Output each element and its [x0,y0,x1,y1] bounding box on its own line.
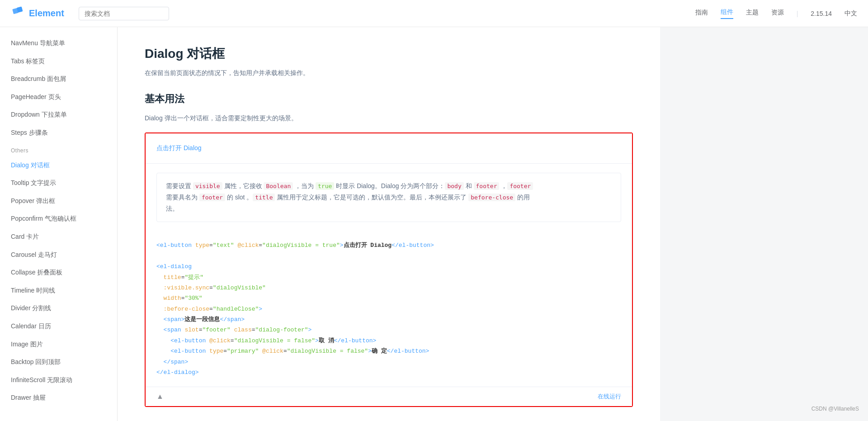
nav-resource[interactable]: 资源 [771,9,784,19]
header: Element 指南 组件 主题 资源 | 2.15.14 中文 [0,0,868,27]
code-line-3: title="提示" [156,272,621,283]
code-before-close: before-close [468,194,515,201]
code-line-6: :before-close="handleClose"> [156,304,621,314]
sidebar-item-calendar[interactable]: Calendar 日历 [0,317,117,336]
nav-theme[interactable]: 主题 [746,9,759,19]
code-footer1: footer [474,182,500,190]
code-true: true [316,182,334,190]
sidebar-item-dropdown[interactable]: Dropdown 下拉菜单 [0,106,117,124]
main-content: Dialog 对话框 在保留当前页面状态的情况下，告知用户并承载相关操作。 基本… [118,27,660,421]
code-footer2: footer [507,182,533,190]
code-line-9: <el-button @click="dialogVisible = false… [156,336,621,346]
demo-container: 点击打开 Dialog 需要设置 visible 属性，它接收 Boolean … [145,132,633,407]
nav-guide[interactable]: 指南 [695,9,708,19]
section-title: 基本用法 [145,92,633,106]
code-line-8: <span slot="footer" class="dialog-footer… [156,325,621,335]
code-line-12: </el-dialog> [156,367,621,378]
code-line-4: :visible.sync="dialogVisible" [156,283,621,293]
page-title: Dialog 对话框 [145,45,633,62]
sidebar-item-tabs[interactable]: Tabs 标签页 [0,52,117,71]
sidebar-item-popover[interactable]: Popover 弹出框 [0,192,117,210]
info-text: 需要设置 visible 属性，它接收 Boolean ，当为 true 时显示… [166,182,533,212]
logo-text: Element [29,8,64,19]
code-line-1: <el-button type="text" @click="dialogVis… [156,240,621,251]
sidebar-item-divider[interactable]: Divider 分割线 [0,299,117,317]
sidebar-item-pageheader[interactable]: PageHeader 页头 [0,88,117,106]
code-boolean: Boolean [264,182,293,190]
header-nav: 指南 组件 主题 资源 | 2.15.14 中文 [695,8,857,19]
layout: NavMenu 导航菜单 Tabs 标签页 Breadcrumb 面包屑 Pag… [0,0,868,421]
lang-selector[interactable]: 中文 [844,9,857,18]
logo-icon [11,6,25,21]
code-line-2: <el-dialog [156,261,621,272]
info-box: 需要设置 visible 属性，它接收 Boolean ，当为 true 时显示… [156,173,621,222]
logo[interactable]: Element [11,6,64,21]
sidebar: NavMenu 导航菜单 Tabs 标签页 Breadcrumb 面包屑 Pag… [0,27,118,421]
sidebar-category-others: Others [0,142,117,156]
open-dialog-link[interactable]: 点击打开 Dialog [156,144,202,151]
code-line-5: width="30%" [156,293,621,303]
version-selector[interactable]: 2.15.14 [811,10,832,17]
sidebar-item-backtop[interactable]: Backtop 回到顶部 [0,353,117,371]
code-body: body [445,182,463,190]
sidebar-item-navmenu[interactable]: NavMenu 导航菜单 [0,34,117,52]
sidebar-item-collapse[interactable]: Collapse 折叠面板 [0,264,117,282]
sidebar-item-dialog[interactable]: Dialog 对话框 [0,156,117,175]
demo-preview: 点击打开 Dialog [146,133,632,164]
page-desc: 在保留当前页面状态的情况下，告知用户并承载相关操作。 [145,68,633,78]
code-line-blank [156,251,621,261]
sidebar-item-steps[interactable]: Steps 步骤条 [0,124,117,142]
sidebar-item-infinitescroll[interactable]: InfiniteScroll 无限滚动 [0,371,117,389]
search-input[interactable] [79,7,169,20]
sidebar-item-carousel[interactable]: Carousel 走马灯 [0,246,117,264]
sidebar-item-image[interactable]: Image 图片 [0,336,117,354]
code-title: title [253,194,275,201]
code-line-7: <span>这是一段信息</span> [156,314,621,325]
sidebar-item-breadcrumb[interactable]: Breadcrumb 面包屑 [0,70,117,88]
code-visible: visible [193,182,222,190]
csdn-watermark: CSDN @VillanelleS [811,406,859,412]
sidebar-item-card[interactable]: Card 卡片 [0,228,117,246]
sidebar-item-timeline[interactable]: Timeline 时间线 [0,282,117,300]
sidebar-item-popconfirm[interactable]: Popconfirm 气泡确认框 [0,210,117,228]
code-line-10: <el-button type="primary" @click="dialog… [156,346,621,356]
sidebar-item-drawer[interactable]: Drawer 抽屉 [0,389,117,407]
header-divider: | [797,10,798,17]
scroll-up-icon: ▲ [156,393,164,401]
code-block: <el-button type="text" @click="dialogVis… [146,231,632,387]
section-desc: Dialog 弹出一个对话框，适合需要定制性更大的场景。 [145,113,633,123]
run-online-link[interactable]: 在线运行 [598,393,621,401]
code-line-11: </span> [156,357,621,367]
code-footer3: footer [199,194,225,201]
demo-footer: ▲ 在线运行 [146,387,632,406]
sidebar-item-tooltip[interactable]: Tooltip 文字提示 [0,174,117,192]
nav-component[interactable]: 组件 [721,8,733,19]
